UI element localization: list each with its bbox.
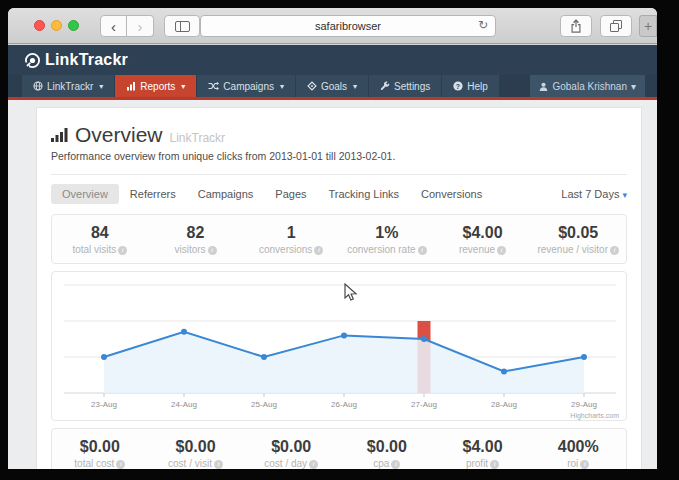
- nav-item-goals[interactable]: Goals ▾: [296, 75, 369, 97]
- stat-cost-per-day: $0.00 cost / dayi: [243, 438, 339, 469]
- info-icon[interactable]: i: [116, 460, 125, 469]
- tab-conversions[interactable]: Conversions: [410, 184, 493, 204]
- show-tabs-button[interactable]: [600, 15, 632, 37]
- stat-label: revenue / visitor: [537, 244, 608, 255]
- svg-text:27-Aug: 27-Aug: [411, 400, 437, 409]
- stat-cpa: $0.00 cpai: [339, 438, 435, 469]
- linktrackr-logo-icon: [24, 52, 41, 69]
- stat-cost-per-visit: $0.00 cost / visiti: [148, 438, 244, 469]
- linktrackr-logo[interactable]: LinkTrackr: [24, 51, 128, 69]
- zoom-window-button[interactable]: [68, 20, 79, 31]
- page-subtitle: Performance overview from unique clicks …: [51, 150, 627, 162]
- visits-chart-panel: 23-Aug24-Aug25-Aug26-Aug27-Aug28-Aug29-A…: [51, 271, 627, 421]
- stat-label: cpa: [373, 458, 389, 469]
- nav-label: Help: [467, 81, 488, 92]
- stat-label: profit: [466, 458, 488, 469]
- stat-value: $0.00: [148, 438, 244, 456]
- back-button[interactable]: ‹: [100, 15, 127, 37]
- sidebar-icon: [175, 21, 190, 32]
- chevron-down-icon: ▾: [631, 81, 636, 92]
- stat-label: visitors: [174, 244, 205, 255]
- info-icon[interactable]: i: [214, 460, 223, 469]
- info-icon[interactable]: i: [497, 246, 506, 255]
- title-block: Overview LinkTrackr Performance overview…: [51, 108, 627, 175]
- share-button[interactable]: [560, 15, 592, 37]
- overview-chart-icon: [51, 127, 68, 142]
- stat-value: 84: [52, 224, 148, 242]
- stat-label: total visits: [72, 244, 116, 255]
- stat-label: roi: [567, 458, 578, 469]
- tab-tracking-links[interactable]: Tracking Links: [318, 184, 411, 204]
- stat-value: $0.05: [530, 224, 626, 242]
- wrench-icon: [380, 81, 390, 91]
- tabs-overview-icon: [610, 20, 622, 32]
- info-icon[interactable]: i: [118, 246, 127, 255]
- info-icon[interactable]: i: [610, 246, 619, 255]
- tab-overview[interactable]: Overview: [51, 184, 119, 204]
- logo-text: LinkTrackr: [45, 51, 128, 69]
- nav-item-campaigns[interactable]: Campaigns ▾: [197, 75, 296, 97]
- stat-value: $0.00: [52, 438, 148, 456]
- stat-roi: 400% roii: [530, 438, 626, 469]
- web-page: LinkTrackr LinkTrackr ▾: [8, 45, 657, 469]
- user-icon: [539, 82, 548, 91]
- history-nav-buttons: ‹ ›: [100, 15, 154, 37]
- info-icon[interactable]: i: [490, 460, 499, 469]
- help-icon: ?: [453, 81, 463, 91]
- bar-chart-icon: [126, 81, 136, 91]
- stat-value: 400%: [530, 438, 626, 456]
- browser-window: ‹ › safaribrowser ↻ +: [8, 8, 657, 469]
- address-bar[interactable]: safaribrowser ↻: [200, 15, 496, 37]
- info-icon[interactable]: i: [309, 460, 318, 469]
- svg-text:25-Aug: 25-Aug: [251, 400, 277, 409]
- svg-text:26-Aug: 26-Aug: [331, 400, 357, 409]
- report-tabs: Overview Referrers Campaigns Pages Track…: [51, 175, 627, 212]
- minimize-window-button[interactable]: [51, 20, 62, 31]
- sidebar-toggle-button[interactable]: [164, 15, 200, 37]
- tab-referrers[interactable]: Referrers: [119, 184, 187, 204]
- svg-text:29-Aug: 29-Aug: [571, 400, 597, 409]
- stat-label: conversions: [259, 244, 312, 255]
- forward-button[interactable]: ›: [127, 15, 154, 37]
- info-icon[interactable]: i: [580, 460, 589, 469]
- tab-campaigns[interactable]: Campaigns: [187, 184, 265, 204]
- share-icon: [570, 19, 582, 33]
- nav-label: Settings: [394, 81, 430, 92]
- user-name: Gobala Krishnan: [552, 81, 627, 92]
- nav-item-linktrackr[interactable]: LinkTrackr ▾: [22, 75, 115, 97]
- user-menu[interactable]: Gobala Krishnan ▾: [530, 75, 645, 97]
- date-range-selector[interactable]: Last 7 Days ▾: [561, 188, 627, 200]
- stat-label: total cost: [74, 458, 114, 469]
- nav-item-reports[interactable]: Reports ▾: [115, 75, 197, 97]
- nav-item-help[interactable]: ? Help: [442, 75, 500, 97]
- info-icon[interactable]: i: [418, 246, 427, 255]
- main-navigation: LinkTrackr ▾ Reports ▾: [8, 75, 657, 100]
- stat-label: cost / day: [264, 458, 307, 469]
- highcharts-credit[interactable]: Highcharts.com: [570, 412, 619, 419]
- page-title: Overview: [75, 123, 163, 147]
- mouse-cursor: [344, 283, 358, 303]
- nav-label: Campaigns: [223, 81, 274, 92]
- stats-panel-top: 84 total visitsi 82 visitorsi 1 conversi…: [51, 214, 627, 264]
- close-window-button[interactable]: [34, 20, 45, 31]
- globe-icon: [33, 81, 43, 91]
- stat-label: cost / visit: [168, 458, 212, 469]
- stat-profit: $4.00 profiti: [435, 438, 531, 469]
- visits-chart-canvas[interactable]: 23-Aug24-Aug25-Aug26-Aug27-Aug28-Aug29-A…: [52, 272, 627, 420]
- stat-value: $4.00: [435, 438, 531, 456]
- new-tab-button[interactable]: +: [639, 15, 657, 37]
- reload-icon[interactable]: ↻: [478, 18, 488, 32]
- chevron-down-icon: ▾: [622, 190, 627, 200]
- info-icon[interactable]: i: [391, 460, 400, 469]
- info-icon[interactable]: i: [208, 246, 217, 255]
- tab-pages[interactable]: Pages: [264, 184, 317, 204]
- nav-label: LinkTrackr: [47, 81, 93, 92]
- info-icon[interactable]: i: [314, 246, 323, 255]
- stat-conversions: 1 conversionsi: [243, 224, 339, 255]
- address-bar-text: safaribrowser: [315, 20, 381, 32]
- stat-revenue: $4.00 revenuei: [435, 224, 531, 255]
- nav-label: Reports: [140, 81, 175, 92]
- nav-item-settings[interactable]: Settings: [369, 75, 442, 97]
- chevron-down-icon: ▾: [280, 82, 284, 91]
- stat-label: revenue: [459, 244, 495, 255]
